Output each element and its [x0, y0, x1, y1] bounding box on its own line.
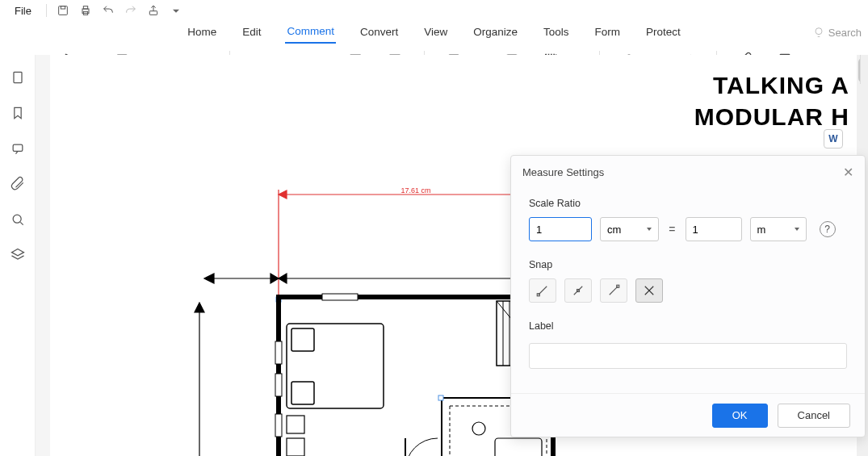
svg-point-6 — [816, 28, 822, 35]
cancel-button[interactable]: Cancel — [778, 404, 850, 428]
quick-access-toolbar: File — [0, 0, 868, 21]
word-export-icon[interactable]: W — [824, 129, 843, 149]
svg-rect-17 — [13, 144, 23, 151]
svg-point-18 — [13, 215, 21, 223]
right-panel-toggle[interactable] — [860, 55, 868, 84]
share-icon[interactable] — [144, 1, 163, 20]
dialog-footer: OK Cancel — [511, 393, 865, 437]
svg-rect-43 — [287, 438, 304, 456]
scale-right-input[interactable] — [686, 217, 742, 241]
svg-rect-0 — [59, 6, 68, 15]
scale-left-unit: cm — [607, 224, 621, 236]
attachments-panel-icon[interactable] — [10, 176, 26, 192]
close-icon[interactable]: ✕ — [843, 165, 853, 180]
more-icon[interactable] — [166, 1, 186, 20]
svg-rect-39 — [287, 324, 384, 408]
search-panel-icon[interactable] — [10, 211, 26, 228]
svg-rect-42 — [287, 416, 304, 433]
bookmarks-icon[interactable] — [10, 105, 26, 121]
menu-view[interactable]: View — [422, 23, 449, 43]
search-placeholder: Search — [828, 27, 862, 39]
document-heading: TALKING A MODULAR H — [694, 69, 849, 132]
undo-icon[interactable] — [99, 1, 118, 20]
label-input[interactable] — [529, 343, 847, 369]
menu-convert[interactable]: Convert — [359, 23, 400, 43]
svg-rect-35 — [322, 294, 358, 300]
scale-ratio-label: Scale Ratio — [529, 198, 847, 209]
left-sidebar — [0, 55, 36, 456]
chevron-down-icon — [647, 228, 652, 231]
menu-protect[interactable]: Protect — [644, 23, 682, 43]
svg-rect-16 — [14, 72, 22, 82]
measure-settings-dialog: Measure Settings ✕ Scale Ratio cm = m ? … — [510, 155, 866, 437]
snap-endpoint-button[interactable] — [529, 278, 556, 303]
dialog-title: Measure Settings — [522, 166, 604, 178]
save-icon[interactable] — [53, 1, 73, 20]
svg-rect-36 — [275, 341, 282, 364]
svg-marker-29 — [279, 274, 287, 283]
search-group[interactable]: Search — [812, 26, 862, 39]
svg-marker-28 — [270, 274, 279, 283]
lightbulb-icon — [812, 26, 825, 39]
svg-marker-27 — [204, 274, 214, 283]
snap-path-button[interactable] — [600, 278, 627, 303]
label-field-label: Label — [529, 320, 847, 332]
svg-rect-41 — [291, 382, 314, 404]
snap-intersection-button[interactable] — [635, 278, 663, 303]
thumbnails-icon[interactable] — [10, 69, 26, 86]
snap-label: Snap — [529, 259, 847, 270]
scale-left-input[interactable] — [529, 217, 592, 241]
chevron-down-icon — [795, 228, 799, 231]
menu-edit[interactable]: Edit — [241, 23, 262, 43]
svg-rect-60 — [438, 395, 443, 400]
svg-rect-3 — [83, 6, 87, 9]
scale-right-unit: m — [757, 224, 766, 236]
menu-form[interactable]: Form — [593, 23, 623, 43]
dialog-header: Measure Settings ✕ — [511, 156, 865, 188]
svg-rect-1 — [61, 6, 65, 9]
file-menu[interactable]: File — [6, 5, 40, 17]
menu-comment[interactable]: Comment — [285, 22, 336, 44]
ok-button[interactable]: OK — [712, 404, 768, 428]
svg-rect-58 — [495, 438, 542, 456]
svg-marker-20 — [279, 190, 287, 199]
redo-icon[interactable] — [121, 1, 140, 20]
menu-organize[interactable]: Organize — [472, 23, 519, 43]
snap-row — [529, 278, 847, 303]
equals-sign: = — [667, 223, 677, 236]
heading-line1: TALKING A — [694, 69, 849, 101]
comments-panel-icon[interactable] — [10, 140, 26, 157]
svg-rect-40 — [291, 328, 314, 351]
svg-rect-37 — [275, 374, 282, 396]
layers-icon[interactable] — [10, 247, 26, 263]
menu-home[interactable]: Home — [186, 23, 218, 43]
separator — [46, 4, 47, 17]
help-icon[interactable]: ? — [820, 221, 836, 237]
measure-annotation: 17.61 cm — [400, 186, 430, 195]
svg-rect-5 — [149, 11, 157, 15]
svg-marker-33 — [195, 303, 204, 312]
main-menubar: Home Edit Comment Convert View Organize … — [0, 21, 868, 44]
print-icon[interactable] — [76, 1, 95, 20]
snap-midpoint-button[interactable] — [564, 278, 592, 303]
heading-line2: MODULAR H — [694, 101, 849, 132]
scale-right-unit-select[interactable]: m — [750, 217, 807, 241]
scale-left-unit-select[interactable]: cm — [600, 217, 659, 241]
scale-ratio-row: cm = m ? — [529, 217, 847, 241]
menu-tools[interactable]: Tools — [542, 23, 571, 43]
svg-point-59 — [472, 422, 485, 435]
svg-rect-38 — [275, 414, 282, 437]
